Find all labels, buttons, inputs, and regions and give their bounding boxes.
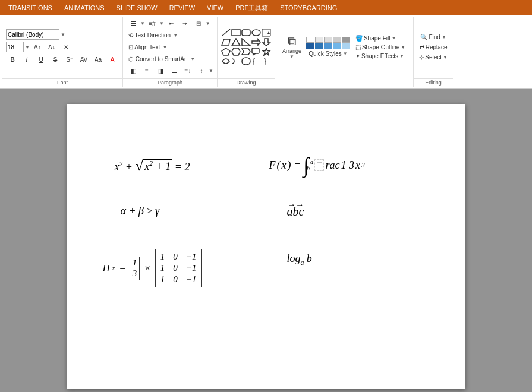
shape-right-triangle[interactable] [241,38,251,46]
shape-extra5[interactable]: } [262,57,271,65]
shape-options-group: 🪣 Shape Fill ▼ ⬚ Shape Outline ▼ ✦ Shape… [351,33,410,61]
shape-hexagon[interactable] [231,48,241,56]
find-dropdown[interactable]: ▼ [442,34,446,40]
slide[interactable]: x2 + √ x2 + 1 = 2 F(x) = ∫ a b □ [67,104,465,389]
qs-cell-4[interactable] [333,37,341,43]
decrease-indent-btn[interactable]: ⇤ [165,18,178,29]
shape-pentagon[interactable] [221,48,231,56]
shape-extra2[interactable] [231,57,241,65]
shape-fill-btn[interactable]: 🪣 Shape Fill ▼ [354,34,407,42]
font-size-input[interactable] [6,42,24,52]
font-size-increase-btn[interactable]: A↑ [31,42,44,52]
qs-cell-9[interactable] [333,43,341,49]
tab-pdftools[interactable]: PDF工具箱 [229,0,274,15]
select-dropdown[interactable]: ▼ [443,55,448,60]
tab-slideshow[interactable]: SLIDE SHOW [111,0,163,15]
replace-btn[interactable]: ⇄ Replace [418,43,449,51]
shape-chevron[interactable] [241,48,251,56]
shape-fill-dropdown[interactable]: ▼ [391,36,396,41]
quick-styles-dropdown[interactable]: ▼ [343,51,348,56]
shape-triangle[interactable] [231,38,241,46]
shape-effects-dropdown[interactable]: ▼ [399,53,404,59]
shape-extra3[interactable] [241,57,251,65]
qs-cell-8[interactable] [324,43,332,49]
bullets-dropdown[interactable]: ▼ [140,21,145,26]
bold-btn[interactable]: B [6,54,19,65]
align-right-btn[interactable]: ◨ [154,65,167,76]
select-btn[interactable]: ⊹ Select ▼ [417,53,449,61]
svg-rect-9 [252,48,259,53]
font-color-btn[interactable]: A [106,54,119,65]
smartart-row: ⬡ Convert to SmartArt ▼ [127,53,195,64]
qs-cell-2[interactable] [315,37,323,43]
text-direction-btn[interactable]: ⟲ Text Direction [127,30,172,40]
qs-cell-5[interactable] [342,37,350,43]
columns-dropdown[interactable]: ▼ [206,21,210,26]
shape-outline-dropdown[interactable]: ▼ [401,45,405,50]
align-text-btn[interactable]: ⊡ Align Text [127,42,162,52]
shadow-btn[interactable]: S⁻ [63,54,76,65]
underline-btn[interactable]: U [34,54,48,65]
convert-smartart-btn[interactable]: ⬡ Convert to SmartArt [127,53,190,64]
font-size-decrease-btn[interactable]: A↓ [45,42,58,52]
shapes-row-3 [221,48,271,56]
shape-arrow-right[interactable] [251,38,261,46]
qs-cell-7[interactable] [315,43,323,49]
qs-cell-1[interactable] [306,37,314,43]
qs-cell-6[interactable] [306,43,314,49]
shape-ellipse[interactable] [251,29,261,37]
canvas-area: x2 + √ x2 + 1 = 2 F(x) = ∫ a b □ [0,89,532,392]
strikethrough-btn[interactable]: S [49,54,62,65]
text-dir-dropdown[interactable]: ▼ [173,33,178,38]
arrange-btn[interactable]: ⧉ Arrange ▼ [279,29,305,65]
numbering-btn[interactable]: ≡# [146,18,159,29]
numbering-dropdown[interactable]: ▼ [159,21,164,26]
align-text-dropdown[interactable]: ▼ [162,45,167,50]
shape-extra1[interactable] [221,57,231,65]
align-center-btn[interactable]: ≡ [140,65,153,76]
smartart-dropdown[interactable]: ▼ [190,56,195,62]
justify-btn[interactable]: ☰ [168,65,181,76]
clear-format-btn[interactable]: ✕ [59,42,73,52]
tab-view[interactable]: VIEW [201,0,229,15]
svg-point-3 [252,30,260,36]
shape-rect[interactable] [231,29,241,37]
justify-low-btn[interactable]: ≡↓ [181,65,194,76]
align-left-btn[interactable]: ◧ [127,65,140,76]
line-spacing-btn[interactable]: ↕ [195,65,208,76]
arrange-icon: ⧉ [288,34,296,48]
shape-extra4[interactable]: { [251,57,261,65]
change-case-btn[interactable]: Aa [92,54,105,65]
tab-transitions[interactable]: TRANSITIONS [2,0,58,15]
columns-btn[interactable]: ⊟ [192,18,205,29]
font-name-input[interactable] [6,29,59,40]
shape-dropdown-btn[interactable] [262,29,271,37]
tab-storyboarding[interactable]: STORYBOARDING [274,0,343,15]
increase-indent-btn[interactable]: ⇥ [178,18,191,29]
shape-effects-btn[interactable]: ✦ Shape Effects ▼ [354,52,407,60]
shape-line[interactable] [221,29,231,37]
shape-rounded-rect[interactable] [241,29,251,37]
shape-arrow-down[interactable] [262,38,271,46]
arrange-dropdown-icon[interactable]: ▼ [289,54,294,59]
font-name-dropdown-arrow[interactable]: ▼ [61,32,65,37]
line-spacing-dropdown[interactable]: ▼ [209,68,213,74]
bullets-btn[interactable]: ☰ [127,18,140,29]
shape-star[interactable] [262,48,271,56]
align-row: ◧ ≡ ◨ ☰ ≡↓ ↕ ▼ [127,65,213,76]
qs-cell-3[interactable] [324,37,332,43]
shape-parallelogram[interactable] [221,38,231,46]
font-group-label: Font [2,78,122,86]
shape-callout[interactable] [251,48,261,56]
shape-outline-btn[interactable]: ⬚ Shape Outline ▼ [354,43,407,51]
font-format-row: B I U S S⁻ AV Aa A [6,54,119,65]
qs-cell-10[interactable] [342,43,350,49]
paragraph-group: ☰ ▼ ≡# ▼ ⇤ ⇥ ⊟ ▼ ⟲ Text Direction ▼ ⊡ Al… [123,17,218,87]
font-size-dropdown-arrow[interactable]: ▼ [25,45,30,50]
align-text-row: ⊡ Align Text ▼ [127,42,167,52]
tab-animations[interactable]: ANIMATIONS [58,0,111,15]
tab-review[interactable]: REVIEW [163,0,201,15]
char-spacing-btn[interactable]: AV [77,54,90,65]
italic-btn[interactable]: I [20,54,33,65]
find-btn[interactable]: 🔍 Find ▼ [418,33,448,41]
